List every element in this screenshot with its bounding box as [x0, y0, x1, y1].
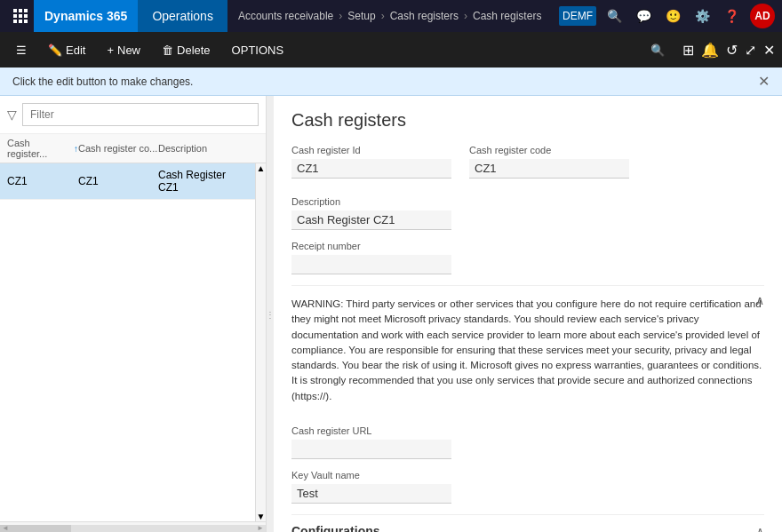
svg-rect-3 [13, 14, 17, 18]
cash-register-url-input[interactable] [291, 440, 451, 459]
toolbar-search: 🔍 [650, 44, 668, 57]
breadcrumb-sep-2: › [381, 10, 385, 22]
key-vault-field: Key Vault name [291, 470, 451, 504]
list-header: Cash register... ↑ Cash register co... D… [0, 134, 266, 163]
breadcrumb-item-2[interactable]: Setup [347, 10, 375, 22]
svg-rect-2 [24, 9, 28, 12]
cash-register-id-field: Cash register Id [291, 145, 451, 179]
left-panel: ▽ Cash register... ↑ Cash register co...… [0, 96, 267, 532]
environment-badge: DEMF [559, 6, 596, 26]
filter-bar: ▽ [0, 96, 266, 134]
search-icon[interactable]: 🔍 [603, 5, 626, 27]
nav-right-icons: DEMF 🔍 💬 🙂 ⚙️ ❓ AD [559, 4, 775, 28]
search-icon: 🔍 [650, 44, 665, 57]
delete-button[interactable]: 🗑 Delete [153, 36, 219, 64]
configurations-toggle-button[interactable]: ∧ [756, 525, 764, 532]
breadcrumb-item-1[interactable]: Accounts receivable [238, 10, 333, 22]
cash-register-id-input[interactable] [291, 159, 451, 179]
new-button[interactable]: + New [98, 36, 149, 64]
options-button[interactable]: OPTIONS [223, 36, 293, 64]
svg-rect-0 [13, 9, 17, 12]
filter-input[interactable] [22, 103, 259, 126]
svg-rect-7 [19, 20, 22, 23]
settings-icon[interactable]: ⚙️ [691, 5, 714, 27]
description-input[interactable] [291, 210, 451, 230]
receipt-number-field: Receipt number [291, 241, 451, 274]
close-icon[interactable]: ✕ [763, 42, 775, 59]
info-banner: Click the edit button to make changes. ✕ [0, 67, 782, 96]
cash-register-code-input[interactable] [469, 159, 629, 179]
breadcrumb: Accounts receivable › Setup › Cash regis… [227, 10, 559, 22]
list-cell-description: Cash Register CZ1 [158, 169, 248, 194]
cash-register-url-label: Cash register URL [291, 425, 451, 436]
svg-rect-5 [24, 14, 28, 18]
svg-rect-6 [13, 20, 17, 23]
help-icon[interactable]: ❓ [721, 5, 743, 27]
expand-icon[interactable]: ⤢ [745, 42, 756, 59]
receipt-number-row: Receipt number [291, 241, 764, 274]
list-col-header-2: Cash register co... [78, 143, 158, 154]
cash-register-code-label: Cash register code [469, 145, 629, 155]
url-row: Cash register URL [291, 425, 764, 459]
breadcrumb-sep-1: › [339, 10, 342, 22]
resize-handle[interactable]: ⋮ [267, 96, 274, 532]
description-label: Description [291, 196, 451, 207]
list-cell-id: CZ1 [7, 175, 78, 187]
banner-close-button[interactable]: ✕ [758, 73, 770, 90]
hamburger-button[interactable]: ☰ [7, 36, 36, 64]
delete-icon: 🗑 [162, 44, 173, 57]
breadcrumb-item-4[interactable]: Cash registers [473, 10, 541, 22]
list-col-header-1: Cash register... ↑ [7, 138, 78, 159]
toolbar-right-icons: ⊞ 🔔 ↺ ⤢ ✕ [682, 42, 775, 59]
toolbar: ☰ ✏️ Edit + New 🗑 Delete OPTIONS 🔍 ⊞ 🔔 ↺… [0, 32, 782, 67]
grid-menu-icon[interactable] [7, 0, 34, 32]
chat-icon[interactable]: 💬 [633, 5, 655, 27]
key-vault-input[interactable] [291, 484, 451, 504]
warning-section: ∧ WARNING: Third party services or other… [291, 285, 764, 415]
warning-collapse-button[interactable]: ∧ [755, 293, 764, 307]
list-col-header-3: Description [158, 143, 259, 154]
cash-register-url-field: Cash register URL [291, 425, 451, 459]
top-nav: Dynamics 365 Operations Accounts receiva… [0, 0, 782, 32]
key-vault-label: Key Vault name [291, 470, 451, 480]
svg-rect-8 [24, 20, 28, 23]
edit-button[interactable]: ✏️ Edit [39, 36, 94, 64]
breadcrumb-item-3[interactable]: Cash registers [390, 10, 459, 22]
receipt-number-label: Receipt number [291, 241, 451, 251]
key-vault-row: Key Vault name [291, 470, 764, 504]
list-cell-code: CZ1 [78, 175, 158, 187]
configurations-title: Configurations [291, 524, 380, 532]
top-fields-row: Cash register Id Cash register code Desc… [291, 145, 764, 230]
cash-register-code-field: Cash register code [469, 145, 629, 179]
app-name[interactable]: Dynamics 365 [34, 0, 138, 32]
user-avatar[interactable]: AD [750, 4, 775, 28]
receipt-number-input[interactable] [291, 255, 451, 274]
page-title: Cash registers [291, 110, 764, 131]
note-icon[interactable]: 🔔 [701, 42, 719, 59]
refresh-icon[interactable]: ↺ [726, 42, 738, 59]
module-name[interactable]: Operations [138, 0, 227, 32]
bottom-scrollbar[interactable]: ◄ ► [0, 521, 266, 532]
list-scrollbar[interactable]: ▲ ▼ [255, 163, 266, 521]
hamburger-icon: ☰ [16, 44, 27, 57]
main-layout: ▽ Cash register... ↑ Cash register co...… [0, 96, 782, 532]
warning-text: WARNING: Third party services or other s… [291, 297, 764, 404]
description-field: Description [291, 196, 451, 230]
plus-icon: + [107, 44, 114, 57]
edit-icon: ✏️ [48, 44, 62, 57]
list-item[interactable]: CZ1 CZ1 Cash Register CZ1 [0, 163, 255, 200]
svg-rect-4 [19, 14, 22, 18]
cash-register-id-label: Cash register Id [291, 145, 451, 155]
smiley-icon[interactable]: 🙂 [662, 5, 684, 27]
configurations-section-header: Configurations ∧ [291, 514, 764, 532]
info-message: Click the edit button to make changes. [12, 75, 193, 88]
breadcrumb-sep-3: › [464, 10, 467, 22]
office-icon[interactable]: ⊞ [682, 42, 694, 59]
svg-rect-1 [19, 9, 22, 12]
right-panel: Cash registers Cash register Id Cash reg… [274, 96, 782, 532]
filter-icon: ▽ [7, 107, 17, 122]
